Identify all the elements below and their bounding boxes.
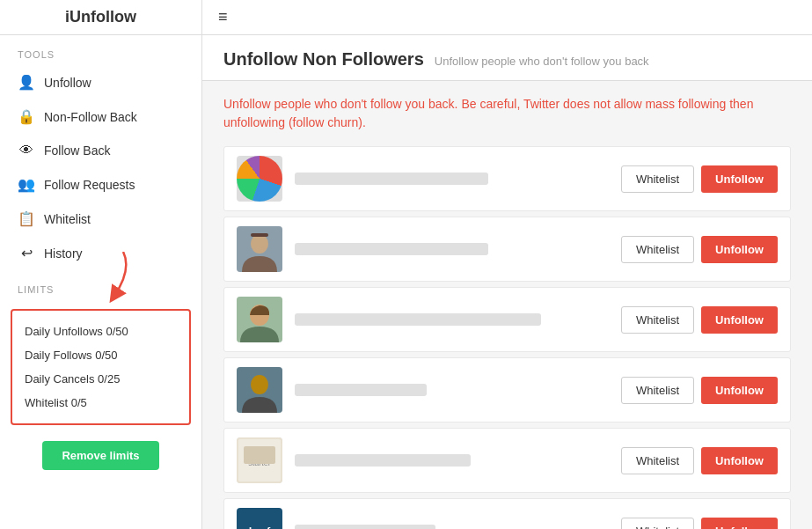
avatar bbox=[237, 226, 282, 272]
user-actions: Whitelist Unfollow bbox=[621, 447, 778, 474]
unfollow-button[interactable]: Unfollow bbox=[701, 377, 778, 404]
whitelist-button[interactable]: Whitelist bbox=[621, 447, 694, 474]
sidebar-item-non-follow-back-label: Non-Follow Back bbox=[44, 110, 137, 124]
svg-point-1 bbox=[251, 234, 268, 253]
unfollow-button[interactable]: Unfollow bbox=[701, 518, 778, 530]
user-name bbox=[295, 313, 541, 326]
page-subtitle: Unfollow people who don't follow you bac… bbox=[435, 55, 649, 68]
table-row: Whitelist Unfollow bbox=[223, 146, 791, 211]
sidebar-item-whitelist[interactable]: 📋 Whitelist bbox=[0, 202, 201, 236]
avatar-image bbox=[237, 156, 282, 202]
user-actions: Whitelist Unfollow bbox=[621, 518, 778, 530]
sidebar-item-whitelist-label: Whitelist bbox=[44, 212, 91, 226]
unfollow-button[interactable]: Unfollow bbox=[701, 236, 778, 263]
svg-rect-10 bbox=[244, 446, 275, 464]
sidebar-item-follow-back-label: Follow Back bbox=[44, 143, 110, 158]
hamburger-menu[interactable]: ≡ bbox=[202, 8, 244, 26]
sidebar-item-non-follow-back[interactable]: 🔒 Non-Follow Back bbox=[0, 99, 201, 134]
unfollow-icon: 👤 bbox=[18, 74, 35, 91]
main-content: Unfollow Non Followers Unfollow people w… bbox=[202, 35, 812, 529]
user-actions: Whitelist Unfollow bbox=[621, 377, 778, 404]
avatar bbox=[237, 156, 282, 202]
table-row: ahrefs Whitelist Unfollow bbox=[223, 498, 791, 529]
app-title: iUnfollow bbox=[0, 0, 202, 34]
svg-point-6 bbox=[251, 375, 268, 394]
table-row: Whitelist Unfollow bbox=[223, 357, 791, 422]
table-row: Whitelist Unfollow bbox=[223, 287, 791, 352]
warning-text: Unfollow people who don't follow you bac… bbox=[223, 95, 791, 132]
avatar-image: starter bbox=[237, 437, 282, 483]
follow-requests-icon: 👥 bbox=[18, 176, 35, 193]
user-name bbox=[295, 384, 427, 396]
user-name bbox=[295, 454, 471, 467]
content-header: Unfollow Non Followers Unfollow people w… bbox=[202, 35, 812, 81]
table-row: starter Whitelist Unfollow bbox=[223, 428, 791, 493]
avatar-image: ahrefs bbox=[237, 508, 282, 529]
sidebar-item-follow-requests-label: Follow Requests bbox=[44, 178, 135, 192]
whitelist-button[interactable]: Whitelist bbox=[621, 377, 694, 404]
avatar-image bbox=[237, 226, 282, 272]
content-body: Unfollow people who don't follow you bac… bbox=[202, 81, 812, 529]
user-name bbox=[295, 173, 488, 185]
sidebar-item-unfollow[interactable]: 👤 Unfollow bbox=[0, 65, 201, 99]
avatar: ahrefs bbox=[237, 508, 282, 529]
user-name bbox=[295, 525, 435, 529]
unfollow-button[interactable]: Unfollow bbox=[701, 447, 778, 474]
avatar: starter bbox=[237, 437, 282, 483]
avatar bbox=[237, 367, 282, 413]
limits-section-label: LIMITS bbox=[0, 270, 201, 300]
history-icon: ↩ bbox=[18, 245, 35, 261]
avatar bbox=[237, 297, 282, 342]
remove-limits-button[interactable]: Remove limits bbox=[42, 441, 158, 470]
avatar-image bbox=[237, 367, 282, 413]
whitelist-icon: 📋 bbox=[18, 210, 35, 227]
non-follow-back-icon: 🔒 bbox=[18, 108, 35, 125]
daily-cancels-limit: Daily Cancels 0/25 bbox=[25, 367, 177, 391]
table-row: Whitelist Unfollow bbox=[223, 217, 791, 282]
warning-main: Unfollow people who don't follow you bac… bbox=[223, 97, 753, 129]
sidebar: TOOLS 👤 Unfollow 🔒 Non-Follow Back 👁 Fol… bbox=[0, 35, 202, 529]
user-actions: Whitelist Unfollow bbox=[621, 306, 778, 334]
daily-unfollows-limit: Daily Unfollows 0/50 bbox=[25, 320, 177, 343]
unfollow-button[interactable]: Unfollow bbox=[701, 306, 778, 334]
whitelist-button[interactable]: Whitelist bbox=[621, 165, 694, 193]
sidebar-item-history[interactable]: ↩ History bbox=[0, 236, 201, 270]
user-actions: Whitelist Unfollow bbox=[621, 236, 778, 263]
svg-rect-2 bbox=[251, 233, 268, 237]
whitelist-limit: Whitelist 0/5 bbox=[25, 391, 177, 415]
avatar-image bbox=[237, 297, 282, 342]
user-actions: Whitelist Unfollow bbox=[621, 165, 778, 193]
follow-back-icon: 👁 bbox=[18, 143, 35, 158]
daily-follows-limit: Daily Follows 0/50 bbox=[25, 343, 177, 367]
unfollow-button[interactable]: Unfollow bbox=[701, 165, 778, 193]
sidebar-item-follow-requests[interactable]: 👥 Follow Requests bbox=[0, 167, 201, 202]
tools-section-label: TOOLS bbox=[0, 35, 201, 65]
user-name bbox=[295, 243, 488, 255]
sidebar-item-history-label: History bbox=[44, 246, 83, 261]
whitelist-button[interactable]: Whitelist bbox=[621, 306, 694, 334]
sidebar-item-follow-back[interactable]: 👁 Follow Back bbox=[0, 134, 201, 167]
page-title: Unfollow Non Followers bbox=[223, 49, 424, 70]
whitelist-button[interactable]: Whitelist bbox=[621, 518, 694, 530]
sidebar-item-unfollow-label: Unfollow bbox=[44, 76, 91, 90]
whitelist-button[interactable]: Whitelist bbox=[621, 236, 694, 263]
limits-box: Daily Unfollows 0/50 Daily Follows 0/50 … bbox=[11, 309, 191, 425]
